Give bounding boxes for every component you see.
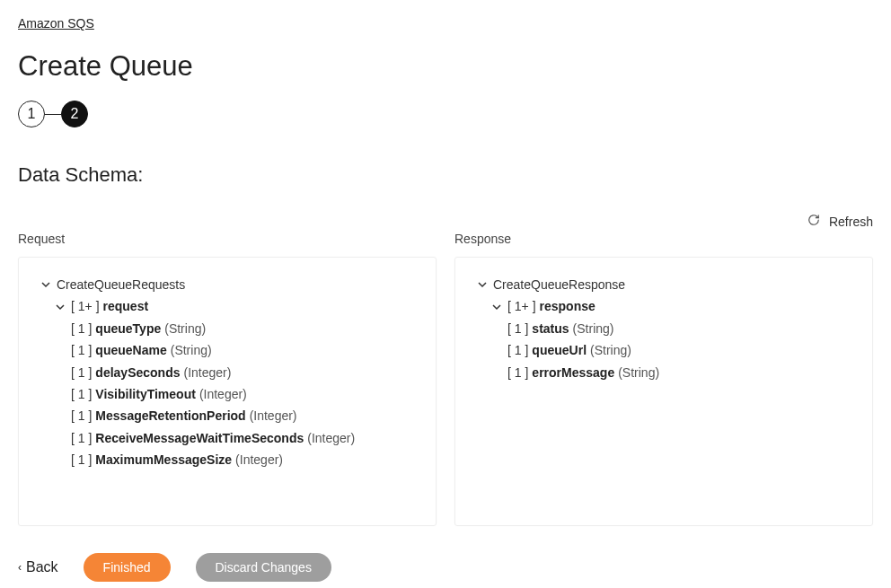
back-label: Back <box>26 559 58 575</box>
field-name: MaximumMessageSize <box>95 450 232 470</box>
chevron-left-icon: ‹ <box>18 561 22 574</box>
tree-leaf[interactable]: [ 1 ]delaySeconds(Integer) <box>31 362 423 383</box>
step-indicator: 1 2 <box>18 101 873 127</box>
breadcrumb-link-amazon-sqs[interactable]: Amazon SQS <box>18 16 94 31</box>
tree-leaf[interactable]: [ 1 ]VisibilityTimeout(Integer) <box>31 383 423 405</box>
tree-node[interactable]: [ 1+ ] request <box>31 295 423 317</box>
field-type: (String) <box>618 363 659 382</box>
field-name: queueType <box>95 319 161 338</box>
tree-leaf[interactable]: [ 1 ]queueName(String) <box>31 339 423 361</box>
field-name: queueName <box>95 340 166 360</box>
cardinality: [ 1 ] <box>507 363 528 382</box>
tree-leaf[interactable]: [ 1 ]queueUrl(String) <box>468 339 860 361</box>
field-type: (String) <box>171 340 212 360</box>
page-title: Create Queue <box>18 50 873 83</box>
tree-node[interactable]: [ 1+ ] response <box>468 295 860 317</box>
field-type: (Integer) <box>307 428 355 448</box>
cardinality: [ 1 ] <box>71 428 92 448</box>
chevron-down-icon <box>475 280 490 289</box>
tree-leaf[interactable]: [ 1 ]status(String) <box>468 318 860 339</box>
step-1[interactable]: 1 <box>18 101 45 127</box>
field-name: queueUrl <box>532 340 587 360</box>
discard-changes-button[interactable]: Discard Changes <box>196 553 331 582</box>
field-name: errorMessage <box>532 363 614 382</box>
back-button[interactable]: ‹ Back <box>18 559 58 575</box>
cardinality: [ 1 ] <box>71 406 92 426</box>
field-name: MessageRetentionPeriod <box>95 406 245 426</box>
request-schema-panel: CreateQueueRequests [ 1+ ] request [ 1 ]… <box>18 257 437 526</box>
field-name: ReceiveMessageWaitTimeSeconds <box>95 428 304 448</box>
tree-leaf[interactable]: [ 1 ]MessageRetentionPeriod(Integer) <box>31 405 423 426</box>
section-title-data-schema: Data Schema: <box>18 163 873 187</box>
field-name: VisibilityTimeout <box>95 384 196 404</box>
footer: ‹ Back Finished Discard Changes <box>18 553 873 582</box>
response-label: Response <box>454 232 873 246</box>
tree-root-label: CreateQueueRequests <box>57 275 185 294</box>
request-column: Request CreateQueueRequests [ 1+ ] reque… <box>18 232 437 526</box>
chevron-down-icon <box>39 280 53 289</box>
cardinality: [ 1 ] <box>71 450 92 470</box>
finished-button[interactable]: Finished <box>84 553 171 582</box>
cardinality: [ 1 ] <box>71 340 92 360</box>
refresh-icon[interactable] <box>807 214 820 230</box>
tree-root-label: CreateQueueResponse <box>493 275 625 294</box>
field-type: (Integer) <box>250 406 297 426</box>
tree-leaf[interactable]: [ 1 ]queueType(String) <box>31 318 423 339</box>
tree-root[interactable]: CreateQueueResponse <box>468 274 860 295</box>
request-label: Request <box>18 232 437 246</box>
node-name: request <box>103 296 149 316</box>
field-type: (String) <box>573 319 614 338</box>
cardinality: [ 1 ] <box>71 384 92 404</box>
cardinality: [ 1 ] <box>507 340 528 360</box>
field-type: (Integer) <box>199 384 247 404</box>
field-name: delaySeconds <box>95 363 180 382</box>
field-type: (Integer) <box>235 450 283 470</box>
breadcrumb: Amazon SQS <box>18 16 873 31</box>
response-schema-panel: CreateQueueResponse [ 1+ ] response [ 1 … <box>454 257 873 526</box>
tree-leaf[interactable]: [ 1 ]ReceiveMessageWaitTimeSeconds(Integ… <box>31 427 423 449</box>
field-name: status <box>532 319 569 338</box>
tree-leaf[interactable]: [ 1 ]MaximumMessageSize(Integer) <box>31 449 423 470</box>
chevron-down-icon <box>490 303 504 312</box>
cardinality: [ 1 ] <box>507 319 528 338</box>
cardinality: [ 1 ] <box>71 319 92 338</box>
cardinality: [ 1+ ] <box>507 296 536 316</box>
node-name: response <box>540 296 595 316</box>
cardinality: [ 1+ ] <box>71 296 100 316</box>
chevron-down-icon <box>53 303 67 312</box>
field-type: (String) <box>590 340 631 360</box>
field-type: (Integer) <box>184 363 232 382</box>
tree-root[interactable]: CreateQueueRequests <box>31 274 423 295</box>
step-2[interactable]: 2 <box>61 101 88 127</box>
response-column: Response CreateQueueResponse [ 1+ ] resp… <box>454 232 873 526</box>
field-type: (String) <box>164 319 206 338</box>
refresh-button[interactable]: Refresh <box>829 215 873 229</box>
tree-leaf[interactable]: [ 1 ]errorMessage(String) <box>468 362 860 383</box>
cardinality: [ 1 ] <box>71 363 92 382</box>
step-connector <box>45 114 61 115</box>
